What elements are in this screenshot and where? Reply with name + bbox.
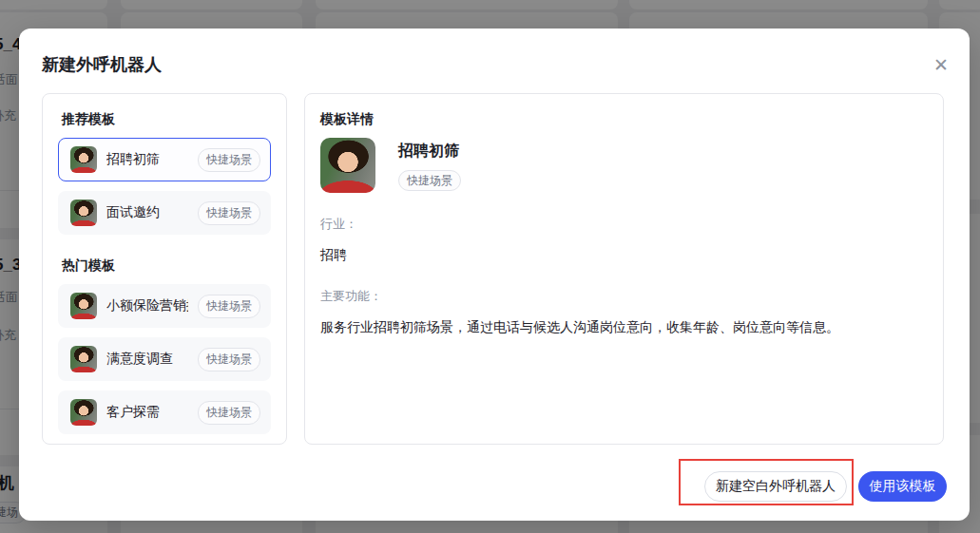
main-function-value: 服务行业招聘初筛场景，通过电话与候选人沟通岗位意向，收集年龄、岗位意向等信息。	[320, 318, 928, 337]
recommended-templates-heading: 推荐模板	[62, 111, 271, 128]
template-item-interview-invite[interactable]: 面试邀约 快捷场景	[58, 191, 271, 235]
quick-scene-badge: 快捷场景	[198, 148, 260, 172]
template-item-satisfaction-survey[interactable]: 满意度调查 快捷场景	[58, 337, 271, 381]
template-detail-panel: 模板详情 招聘初筛 快捷场景 行业： 招聘 主要功能： 服务行业招聘初筛场景，通…	[304, 93, 944, 445]
quick-scene-badge: 快捷场景	[398, 170, 461, 191]
template-avatar	[70, 293, 97, 319]
create-blank-robot-button[interactable]: 新建空白外呼机器人	[704, 471, 847, 502]
quick-scene-badge: 快捷场景	[198, 201, 260, 225]
template-item-label: 招聘初筛	[106, 151, 188, 168]
close-icon[interactable]: ✕	[930, 53, 952, 76]
template-avatar	[70, 146, 97, 173]
industry-label: 行业：	[320, 216, 928, 233]
template-avatar	[70, 346, 97, 372]
quick-scene-badge: 快捷场景	[198, 401, 260, 425]
template-detail-name: 招聘初筛	[398, 142, 461, 162]
template-item-label: 满意度调查	[106, 351, 188, 368]
quick-scene-badge: 快捷场景	[198, 348, 260, 371]
template-item-insurance-marketing[interactable]: 小额保险营销推... 快捷场景	[58, 284, 271, 328]
template-detail-avatar	[320, 138, 375, 193]
quick-scene-badge: 快捷场景	[198, 295, 260, 318]
popular-templates-heading: 热门模板	[62, 257, 271, 275]
template-list-panel: 推荐模板 招聘初筛 快捷场景 面试邀约 快捷场景 热门模板 小额保险营销推...…	[42, 93, 287, 445]
template-item-label: 面试邀约	[106, 204, 188, 221]
main-function-label: 主要功能：	[320, 288, 928, 305]
screen: 5_4 活面 补充 5_3 活面 补充 机 捷场 新建外呼机器人 ✕ 推荐模板 …	[0, 0, 980, 533]
template-item-label: 小额保险营销推...	[106, 297, 188, 314]
template-item-label: 客户探需	[106, 404, 188, 421]
modal-title: 新建外呼机器人	[42, 53, 162, 76]
template-avatar	[70, 200, 97, 226]
template-detail-heading: 模板详情	[320, 111, 928, 128]
create-robot-modal: 新建外呼机器人 ✕ 推荐模板 招聘初筛 快捷场景 面试邀约 快捷场景 热门模板 …	[19, 29, 970, 521]
industry-value: 招聘	[320, 246, 928, 265]
template-item-recruit-screening[interactable]: 招聘初筛 快捷场景	[58, 138, 271, 181]
use-template-button[interactable]: 使用该模板	[858, 471, 947, 502]
template-avatar	[70, 399, 97, 426]
template-item-customer-needs[interactable]: 客户探需 快捷场景	[58, 390, 271, 434]
